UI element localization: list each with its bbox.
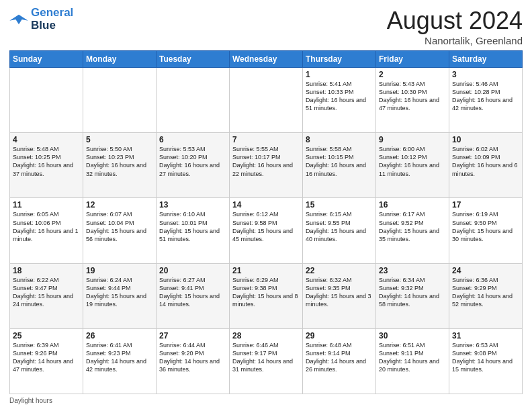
calendar-header-saturday: Saturday (449, 51, 523, 68)
calendar-cell: 16Sunrise: 6:17 AM Sunset: 9:52 PM Dayli… (376, 198, 449, 263)
calendar-cell: 4Sunrise: 5:48 AM Sunset: 10:25 PM Dayli… (10, 133, 83, 198)
cell-daylight-info: Sunrise: 6:07 AM Sunset: 10:04 PM Daylig… (86, 210, 153, 243)
cell-daylight-info: Sunrise: 6:12 AM Sunset: 9:58 PM Dayligh… (232, 210, 300, 243)
calendar-cell: 30Sunrise: 6:51 AM Sunset: 9:11 PM Dayli… (376, 328, 449, 394)
cell-daylight-info: Sunrise: 6:51 AM Sunset: 9:11 PM Dayligh… (379, 341, 446, 374)
day-number: 4 (13, 135, 80, 144)
cell-daylight-info: Sunrise: 6:29 AM Sunset: 9:38 PM Dayligh… (232, 276, 300, 309)
day-number: 21 (232, 266, 300, 275)
day-number: 15 (306, 200, 373, 210)
calendar-cell: 11Sunrise: 6:05 AM Sunset: 10:06 PM Dayl… (10, 198, 83, 263)
page: General Blue August 2024 Nanortalik, Gre… (0, 0, 532, 411)
cell-daylight-info: Sunrise: 6:46 AM Sunset: 9:17 PM Dayligh… (232, 341, 300, 374)
cell-daylight-info: Sunrise: 6:02 AM Sunset: 10:09 PM Daylig… (452, 145, 519, 178)
calendar-week-4: 18Sunrise: 6:22 AM Sunset: 9:47 PM Dayli… (10, 263, 523, 328)
day-number: 16 (379, 200, 446, 210)
calendar-week-2: 4Sunrise: 5:48 AM Sunset: 10:25 PM Dayli… (10, 133, 523, 198)
day-number: 9 (379, 135, 446, 144)
header: General Blue August 2024 Nanortalik, Gre… (9, 7, 523, 46)
day-number: 6 (159, 135, 226, 144)
cell-daylight-info: Sunrise: 5:58 AM Sunset: 10:15 PM Daylig… (306, 145, 373, 178)
calendar-week-5: 25Sunrise: 6:39 AM Sunset: 9:26 PM Dayli… (10, 328, 523, 394)
cell-daylight-info: Sunrise: 6:10 AM Sunset: 10:01 PM Daylig… (159, 210, 226, 243)
day-number: 14 (232, 200, 300, 210)
logo-bird-icon (9, 12, 28, 27)
day-number: 19 (86, 266, 153, 275)
day-number: 27 (159, 331, 226, 340)
calendar-cell: 3Sunrise: 5:46 AM Sunset: 10:28 PM Dayli… (449, 68, 523, 133)
cell-daylight-info: Sunrise: 6:41 AM Sunset: 9:23 PM Dayligh… (86, 341, 153, 374)
calendar-header-friday: Friday (376, 51, 449, 68)
calendar-cell: 19Sunrise: 6:24 AM Sunset: 9:44 PM Dayli… (83, 263, 157, 328)
calendar-cell: 10Sunrise: 6:02 AM Sunset: 10:09 PM Dayl… (449, 133, 523, 198)
logo: General Blue (9, 7, 73, 32)
calendar-cell: 13Sunrise: 6:10 AM Sunset: 10:01 PM Dayl… (157, 198, 230, 263)
cell-daylight-info: Sunrise: 6:17 AM Sunset: 9:52 PM Dayligh… (379, 210, 446, 243)
cell-daylight-info: Sunrise: 5:55 AM Sunset: 10:17 PM Daylig… (232, 145, 300, 178)
cell-daylight-info: Sunrise: 6:15 AM Sunset: 9:55 PM Dayligh… (306, 210, 373, 243)
day-number: 18 (13, 266, 80, 275)
day-number: 31 (452, 331, 519, 340)
calendar-cell: 28Sunrise: 6:46 AM Sunset: 9:17 PM Dayli… (230, 328, 303, 394)
calendar-cell: 15Sunrise: 6:15 AM Sunset: 9:55 PM Dayli… (303, 198, 376, 263)
day-number: 2 (379, 70, 446, 79)
cell-daylight-info: Sunrise: 5:43 AM Sunset: 10:30 PM Daylig… (379, 80, 446, 113)
calendar-cell: 23Sunrise: 6:34 AM Sunset: 9:32 PM Dayli… (376, 263, 449, 328)
title-block: August 2024 Nanortalik, Greenland (387, 7, 523, 46)
calendar-cell: 12Sunrise: 6:07 AM Sunset: 10:04 PM Dayl… (83, 198, 157, 263)
calendar-cell: 8Sunrise: 5:58 AM Sunset: 10:15 PM Dayli… (303, 133, 376, 198)
cell-daylight-info: Sunrise: 6:24 AM Sunset: 9:44 PM Dayligh… (86, 276, 153, 309)
calendar-cell: 22Sunrise: 6:32 AM Sunset: 9:35 PM Dayli… (303, 263, 376, 328)
day-number: 30 (379, 331, 446, 340)
calendar-header-monday: Monday (83, 51, 157, 68)
calendar-cell: 9Sunrise: 6:00 AM Sunset: 10:12 PM Dayli… (376, 133, 449, 198)
location: Nanortalik, Greenland (387, 35, 523, 46)
calendar-cell: 5Sunrise: 5:50 AM Sunset: 10:23 PM Dayli… (83, 133, 157, 198)
cell-daylight-info: Sunrise: 6:53 AM Sunset: 9:08 PM Dayligh… (452, 341, 519, 374)
day-number: 29 (306, 331, 373, 340)
calendar-header-thursday: Thursday (303, 51, 376, 68)
day-number: 13 (159, 200, 226, 210)
calendar-cell: 27Sunrise: 6:44 AM Sunset: 9:20 PM Dayli… (157, 328, 230, 394)
calendar-cell: 20Sunrise: 6:27 AM Sunset: 9:41 PM Dayli… (157, 263, 230, 328)
calendar-week-3: 11Sunrise: 6:05 AM Sunset: 10:06 PM Dayl… (10, 198, 523, 263)
calendar-cell: 6Sunrise: 5:53 AM Sunset: 10:20 PM Dayli… (157, 133, 230, 198)
cell-daylight-info: Sunrise: 6:27 AM Sunset: 9:41 PM Dayligh… (159, 276, 226, 309)
calendar-header-sunday: Sunday (10, 51, 83, 68)
day-number: 10 (452, 135, 519, 144)
calendar-cell: 2Sunrise: 5:43 AM Sunset: 10:30 PM Dayli… (376, 68, 449, 133)
cell-daylight-info: Sunrise: 5:48 AM Sunset: 10:25 PM Daylig… (13, 145, 80, 178)
calendar-cell: 29Sunrise: 6:48 AM Sunset: 9:14 PM Dayli… (303, 328, 376, 394)
calendar-cell: 25Sunrise: 6:39 AM Sunset: 9:26 PM Dayli… (10, 328, 83, 394)
cell-daylight-info: Sunrise: 6:44 AM Sunset: 9:20 PM Dayligh… (159, 341, 226, 374)
day-number: 7 (232, 135, 300, 144)
cell-daylight-info: Sunrise: 6:22 AM Sunset: 9:47 PM Dayligh… (13, 276, 80, 309)
calendar-week-1: 1Sunrise: 5:41 AM Sunset: 10:33 PM Dayli… (10, 68, 523, 133)
calendar-cell: 31Sunrise: 6:53 AM Sunset: 9:08 PM Dayli… (449, 328, 523, 394)
day-number: 11 (13, 200, 80, 210)
calendar-cell: 1Sunrise: 5:41 AM Sunset: 10:33 PM Dayli… (303, 68, 376, 133)
svg-marker-0 (9, 14, 28, 24)
calendar-header-wednesday: Wednesday (230, 51, 303, 68)
calendar-cell: 17Sunrise: 6:19 AM Sunset: 9:50 PM Dayli… (449, 198, 523, 263)
calendar-header-tuesday: Tuesday (157, 51, 230, 68)
footer-note: Daylight hours (9, 397, 523, 404)
calendar-cell: 24Sunrise: 6:36 AM Sunset: 9:29 PM Dayli… (449, 263, 523, 328)
cell-daylight-info: Sunrise: 6:34 AM Sunset: 9:32 PM Dayligh… (379, 276, 446, 309)
logo-text: General Blue (31, 7, 73, 32)
day-number: 26 (86, 331, 153, 340)
cell-daylight-info: Sunrise: 6:36 AM Sunset: 9:29 PM Dayligh… (452, 276, 519, 309)
calendar-cell: 18Sunrise: 6:22 AM Sunset: 9:47 PM Dayli… (10, 263, 83, 328)
calendar-cell: 26Sunrise: 6:41 AM Sunset: 9:23 PM Dayli… (83, 328, 157, 394)
day-number: 12 (86, 200, 153, 210)
calendar-cell (83, 68, 157, 133)
day-number: 17 (452, 200, 519, 210)
day-number: 22 (306, 266, 373, 275)
cell-daylight-info: Sunrise: 5:46 AM Sunset: 10:28 PM Daylig… (452, 80, 519, 113)
calendar-cell (230, 68, 303, 133)
calendar-cell (157, 68, 230, 133)
cell-daylight-info: Sunrise: 6:32 AM Sunset: 9:35 PM Dayligh… (306, 276, 373, 309)
calendar-cell: 7Sunrise: 5:55 AM Sunset: 10:17 PM Dayli… (230, 133, 303, 198)
cell-daylight-info: Sunrise: 5:50 AM Sunset: 10:23 PM Daylig… (86, 145, 153, 178)
month-title: August 2024 (387, 7, 523, 35)
